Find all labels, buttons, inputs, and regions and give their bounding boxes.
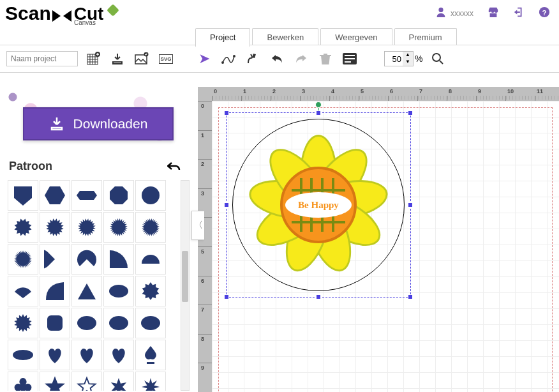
- draw-tool-icon[interactable]: [244, 50, 262, 68]
- redo-icon[interactable]: [292, 50, 310, 68]
- svg-marker-14: [77, 191, 97, 200]
- shape-splat2[interactable]: [8, 308, 38, 338]
- handle-tr[interactable]: [408, 110, 413, 116]
- shape-ellipse[interactable]: [103, 276, 134, 306]
- shape-heart[interactable]: [40, 340, 70, 370]
- user-area: xxxxxx ?: [435, 6, 559, 21]
- handle-ml[interactable]: [224, 202, 229, 207]
- shape-burst16[interactable]: [40, 212, 70, 243]
- user-name: xxxxxx: [451, 9, 473, 18]
- svg-import-icon[interactable]: SVG: [157, 50, 175, 68]
- svg-point-16: [142, 186, 160, 204]
- svg-point-24: [109, 285, 128, 298]
- leaf-icon: [107, 4, 119, 17]
- toolbar: SVG ➤ ▲▼ %: [0, 45, 559, 73]
- handle-bl[interactable]: [224, 294, 229, 299]
- shape-heart-swirl[interactable]: [103, 340, 134, 370]
- shape-quarter[interactable]: [103, 244, 134, 275]
- import-image-icon[interactable]: [133, 50, 151, 68]
- svg-point-6: [221, 61, 224, 64]
- svg-rect-9: [345, 55, 355, 56]
- svg-marker-35: [142, 378, 160, 391]
- svg-marker-22: [14, 250, 32, 268]
- app-logo: Scan Cut: [0, 1, 123, 26]
- path-tool-icon[interactable]: [220, 50, 237, 68]
- logo-bowtie-icon: [52, 10, 71, 22]
- shape-fan[interactable]: [8, 276, 38, 306]
- ruler-horizontal: 01234567891011: [212, 87, 559, 101]
- svg-marker-13: [45, 186, 65, 204]
- logout-icon[interactable]: [513, 6, 525, 21]
- shape-octagon[interactable]: [103, 180, 134, 211]
- selection-box[interactable]: [226, 112, 411, 298]
- shop-icon[interactable]: [488, 6, 499, 21]
- zoom-down[interactable]: ▼: [403, 59, 413, 66]
- handle-bm[interactable]: [316, 294, 321, 299]
- user-icon[interactable]: [435, 6, 447, 21]
- shape-heart-deco[interactable]: [71, 340, 102, 370]
- shape-oval[interactable]: [8, 340, 38, 370]
- svg-rect-27: [47, 315, 63, 331]
- shape-pac-up[interactable]: [71, 244, 102, 275]
- shape-hexagon[interactable]: [40, 180, 70, 211]
- shape-cloud2[interactable]: [135, 308, 166, 338]
- shape-semicircle[interactable]: [135, 244, 166, 275]
- project-name-input[interactable]: [6, 51, 78, 66]
- rotate-handle[interactable]: [315, 102, 322, 108]
- pattern-back-icon[interactable]: [167, 161, 181, 176]
- shape-hex-wide[interactable]: [71, 180, 102, 211]
- svg-marker-21: [142, 218, 160, 236]
- properties-icon[interactable]: [341, 50, 359, 68]
- help-icon[interactable]: ?: [539, 6, 550, 21]
- svg-marker-33: [78, 378, 96, 391]
- svg-point-29: [109, 316, 128, 330]
- shape-shield[interactable]: [8, 180, 38, 211]
- select-tool-icon[interactable]: ➤: [195, 50, 213, 68]
- download-button[interactable]: Downloaden: [23, 107, 174, 140]
- svg-marker-15: [110, 186, 128, 204]
- shape-seal[interactable]: [8, 244, 38, 275]
- shape-burst20[interactable]: [71, 212, 102, 243]
- shape-star6[interactable]: [103, 372, 134, 391]
- shape-scallop-ellipse[interactable]: [71, 308, 102, 338]
- delete-icon[interactable]: [317, 50, 334, 68]
- shape-burst-round[interactable]: [103, 212, 134, 243]
- undo-icon[interactable]: [268, 50, 286, 68]
- shape-spade[interactable]: [135, 340, 166, 370]
- svg-marker-20: [110, 218, 128, 236]
- svg-marker-18: [46, 218, 63, 236]
- shape-pac-left[interactable]: [40, 244, 70, 275]
- handle-tl[interactable]: [224, 110, 229, 116]
- new-project-icon[interactable]: [84, 50, 102, 68]
- shape-triangle[interactable]: [71, 276, 102, 306]
- shape-scallop-sq[interactable]: [40, 308, 70, 338]
- svg-label: SVG: [159, 54, 174, 64]
- logo-subtitle: Canvas: [74, 19, 96, 26]
- shape-circle[interactable]: [135, 180, 166, 211]
- zoom-up[interactable]: ▲: [403, 52, 413, 59]
- shape-burst-soft[interactable]: [135, 212, 166, 243]
- collapse-panel-icon[interactable]: 〈: [191, 211, 204, 240]
- pattern-title: Patroon: [9, 160, 52, 173]
- canvas-area: 01234567891011 0123456789 Be Happy: [193, 80, 559, 392]
- shape-splat[interactable]: [135, 276, 166, 306]
- shape-star[interactable]: [40, 372, 70, 391]
- ruler-vertical: 0123456789: [198, 101, 212, 392]
- shape-star8[interactable]: [135, 372, 166, 391]
- search-icon[interactable]: [429, 50, 447, 68]
- svg-rect-11: [345, 61, 351, 63]
- shape-club[interactable]: [8, 372, 38, 391]
- pattern-grid: [8, 180, 185, 391]
- shape-star-outline[interactable]: [71, 372, 102, 391]
- shape-fin[interactable]: [40, 276, 70, 306]
- download-arrow-icon: [49, 116, 64, 132]
- handle-mr[interactable]: [408, 202, 413, 207]
- handle-br[interactable]: [408, 294, 413, 299]
- cutting-mat[interactable]: Be Happy: [212, 101, 559, 392]
- pattern-scrollbar[interactable]: [181, 180, 190, 391]
- handle-tm[interactable]: [316, 110, 321, 116]
- tab-project[interactable]: Project: [195, 28, 250, 47]
- download-icon[interactable]: [108, 50, 126, 68]
- shape-burst12[interactable]: [8, 212, 38, 243]
- shape-cloud[interactable]: [103, 308, 134, 338]
